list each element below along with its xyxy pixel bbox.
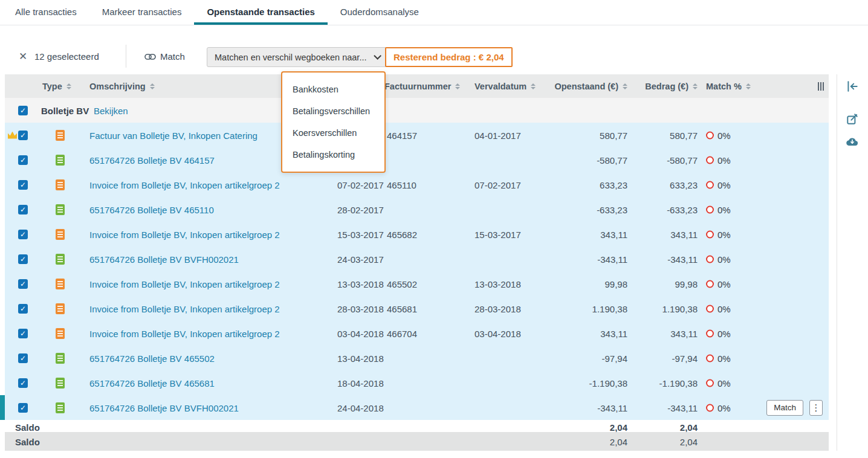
- column-header-type[interactable]: Type: [42, 82, 71, 91]
- row-checkbox[interactable]: [18, 304, 28, 314]
- row-description-link[interactable]: Invoice from Bolletje BV, Inkopen artike…: [89, 328, 280, 338]
- row-match-button[interactable]: Match: [766, 400, 803, 416]
- row-checkbox[interactable]: [18, 353, 28, 363]
- row-date: 13-03-2018: [337, 279, 384, 289]
- row-more-options-button[interactable]: ⋮: [809, 400, 823, 416]
- group-checkbox[interactable]: [18, 106, 28, 115]
- row-amount: 1.190,38: [662, 303, 698, 314]
- column-header-openstaand[interactable]: Openstaand (€): [554, 82, 627, 91]
- row-description-link[interactable]: 651764726 Bolletje BV BVFH002021: [89, 402, 239, 413]
- transactions-table: Type Omschrijving Factuurnummer Vervalda…: [5, 74, 829, 451]
- column-header-factuurnummer[interactable]: Factuurnummer: [384, 82, 460, 91]
- match-percentage-label: 0%: [717, 303, 731, 314]
- row-description-link[interactable]: 651764726 Bolletje BV BVFH002021: [89, 254, 239, 264]
- tab-alle-transacties[interactable]: Alle transacties: [15, 0, 89, 25]
- row-outstanding-amount: 343,11: [600, 229, 627, 239]
- table-row[interactable]: Invoice from Bolletje BV, Inkopen artike…: [5, 222, 829, 247]
- column-settings-icon[interactable]: [818, 82, 819, 91]
- table-row[interactable]: 651764726 Bolletje BV 46550213-04-2018-9…: [5, 346, 829, 370]
- table-row[interactable]: Invoice from Bolletje BV, Inkopen artike…: [5, 296, 829, 321]
- clear-selection-icon[interactable]: ✕: [19, 50, 27, 63]
- row-checkbox[interactable]: [18, 180, 28, 190]
- menu-item-betalingsverschillen[interactable]: Betalingsverschillen: [282, 100, 384, 122]
- crown-icon: [8, 132, 17, 139]
- row-amount: -580,77: [667, 155, 698, 165]
- match-percentage-label: 0%: [717, 378, 731, 388]
- row-description-link[interactable]: 651764726 Bolletje BV 465681: [89, 378, 215, 388]
- row-checkbox[interactable]: [18, 155, 28, 165]
- collapse-panel-icon[interactable]: [846, 80, 859, 93]
- table-row[interactable]: Factuur van Bolletje BV, Inkopen Caterin…: [5, 123, 829, 147]
- tab-ouderdomsanalyse[interactable]: Ouderdomsanalyse: [328, 0, 432, 25]
- menu-item-koersverschillen[interactable]: Koersverschillen: [282, 122, 384, 144]
- writeoff-dropdown[interactable]: Matchen en verschil wegboeken naar...: [207, 47, 387, 67]
- table-body: Factuur van Bolletje BV, Inkopen Caterin…: [5, 123, 829, 420]
- menu-item-bankkosten[interactable]: Bankkosten: [282, 79, 384, 100]
- sort-icon: [623, 83, 627, 89]
- column-header-bedrag[interactable]: Bedrag (€): [645, 82, 698, 91]
- row-description-link[interactable]: Factuur van Bolletje BV, Inkopen Caterin…: [89, 130, 257, 140]
- row-amount: -343,11: [667, 254, 698, 264]
- row-match-percentage: 0%: [706, 328, 731, 338]
- tab-markeer-transacties[interactable]: Markeer transacties: [89, 0, 195, 25]
- row-outstanding-amount: -1.190,38: [589, 378, 627, 388]
- match-status-icon: [706, 305, 714, 312]
- row-checkbox[interactable]: [18, 378, 28, 388]
- bank-statement-icon: [56, 378, 65, 389]
- row-checkbox[interactable]: [18, 254, 28, 264]
- row-description-link[interactable]: 651764726 Bolletje BV 465110: [89, 204, 214, 214]
- row-date: 15-03-2017: [337, 229, 384, 239]
- row-match-percentage: 0%: [706, 279, 731, 289]
- row-date: 24-04-2018: [337, 402, 384, 413]
- match-percentage-label: 0%: [717, 328, 731, 338]
- row-description-link[interactable]: 651764726 Bolletje BV 465502: [89, 353, 215, 363]
- match-action[interactable]: Match: [144, 51, 185, 62]
- cloud-download-icon[interactable]: [846, 137, 859, 150]
- toolbar-divider: [126, 45, 126, 68]
- row-checkbox[interactable]: [18, 403, 28, 413]
- row-date: 24-03-2017: [337, 254, 384, 264]
- table-row[interactable]: 651764726 Bolletje BV BVFH00202124-03-20…: [5, 247, 829, 271]
- row-invoice-number: 465502: [387, 279, 417, 289]
- selected-count-label: 12 geselecteerd: [34, 51, 99, 62]
- tab-openstaande-transacties[interactable]: Openstaande transacties: [194, 0, 327, 25]
- row-invoice-number: 466704: [387, 328, 417, 338]
- table-row[interactable]: 651764726 Bolletje BV 46511028-02-2017-6…: [5, 197, 829, 222]
- table-row[interactable]: 651764726 Bolletje BV 464157-580,77-580,…: [5, 147, 829, 172]
- row-description-link[interactable]: Invoice from Bolletje BV, Inkopen artike…: [89, 303, 280, 314]
- sort-icon: [746, 83, 751, 89]
- table-row[interactable]: 651764726 Bolletje BV 46568118-04-2018-1…: [5, 370, 829, 395]
- match-status-icon: [706, 280, 714, 288]
- column-header-match[interactable]: Match %: [706, 82, 751, 91]
- row-checkbox[interactable]: [18, 279, 28, 289]
- row-amount: -343,11: [667, 402, 698, 413]
- table-row[interactable]: Invoice from Bolletje BV, Inkopen artike…: [5, 172, 829, 197]
- column-header-vervaldatum[interactable]: Vervaldatum: [474, 82, 536, 91]
- edit-icon[interactable]: [846, 112, 859, 126]
- column-header-omschrijving[interactable]: Omschrijving: [89, 82, 155, 91]
- row-checkbox[interactable]: [18, 205, 28, 214]
- row-description-link[interactable]: Invoice from Bolletje BV, Inkopen artike…: [89, 179, 280, 190]
- row-description-link[interactable]: Invoice from Bolletje BV, Inkopen artike…: [89, 229, 280, 239]
- bank-statement-icon: [56, 254, 65, 265]
- row-match-percentage: 0%: [706, 130, 731, 140]
- table-row[interactable]: Invoice from Bolletje BV, Inkopen artike…: [5, 271, 829, 296]
- row-checkbox[interactable]: [18, 230, 28, 239]
- row-checkbox[interactable]: [18, 131, 28, 140]
- row-outstanding-amount: 99,98: [604, 279, 627, 289]
- row-amount: 343,11: [670, 229, 698, 239]
- group-view-link[interactable]: Bekijken: [94, 105, 128, 115]
- chevron-down-icon: [374, 52, 381, 60]
- row-due-date: 04-01-2017: [474, 130, 521, 140]
- table-row[interactable]: Invoice from Bolletje BV, Inkopen artike…: [5, 321, 829, 346]
- menu-item-betalingskorting[interactable]: Betalingskorting: [282, 144, 384, 166]
- row-description-link[interactable]: Invoice from Bolletje BV, Inkopen artike…: [89, 279, 280, 289]
- table-row[interactable]: 651764726 Bolletje BV BVFH00202124-04-20…: [5, 395, 829, 420]
- bank-statement-icon: [56, 353, 65, 364]
- link-icon: [144, 53, 156, 60]
- match-status-icon: [706, 131, 714, 139]
- match-status-icon: [706, 255, 714, 263]
- row-checkbox[interactable]: [18, 329, 28, 338]
- row-description-link[interactable]: 651764726 Bolletje BV 464157: [89, 155, 215, 165]
- row-due-date: 07-02-2017: [474, 179, 521, 190]
